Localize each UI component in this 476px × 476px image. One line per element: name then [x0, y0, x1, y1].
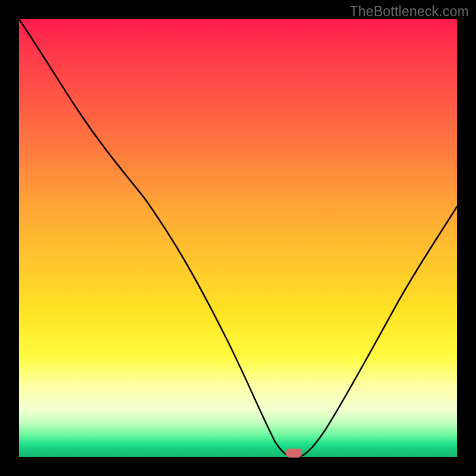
watermark-text: TheBottleneck.com: [350, 4, 469, 20]
optimal-point-marker: [286, 449, 302, 458]
chart-frame: TheBottleneck.com: [0, 0, 476, 476]
bottleneck-curve: [19, 19, 457, 457]
